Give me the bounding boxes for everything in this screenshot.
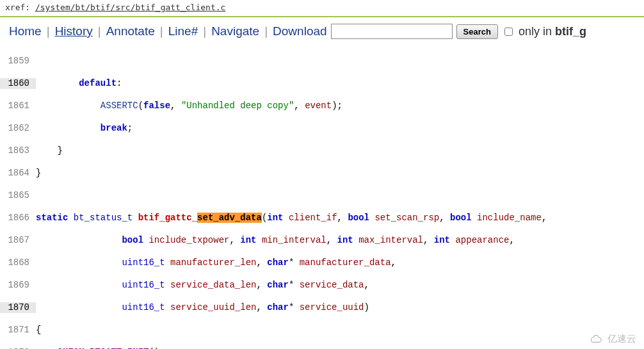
highlighted-symbol: set_adv_data [197,213,262,223]
lineno[interactable]: 1869 [0,280,36,291]
code-line: uint16_t service_data_len, char* service… [36,280,644,291]
lineno[interactable]: 1870 [0,302,36,314]
cloud-icon [590,335,604,344]
nav-sep: | [97,24,102,38]
code-line: default: [36,78,644,90]
search-input[interactable] [331,24,453,39]
lineno[interactable]: 1859 [0,56,36,67]
code-line [36,56,644,67]
lineno[interactable]: 1871 [0,325,36,336]
lineno[interactable]: 1861 [0,101,36,112]
nav-sep: | [159,24,165,38]
watermark: 亿速云 [590,333,636,345]
nav-line[interactable]: Line# [168,24,198,38]
code-viewer: 1859 1860 default: 1861 ASSERTC(false, "… [0,43,644,349]
lineno[interactable]: 1863 [0,145,36,157]
xref-breadcrumb: xref: /system/bt/btif/src/btif_gatt_clie… [0,0,644,17]
lineno[interactable]: 1872 [0,347,36,350]
lineno[interactable]: 1867 [0,235,36,247]
code-line: } [36,145,644,157]
watermark-text: 亿速云 [608,333,636,345]
lineno[interactable]: 1860 [0,78,36,90]
nav-navigate[interactable]: Navigate [211,24,259,38]
code-line: static bt_status_t btif_gattc_set_adv_da… [36,213,644,224]
lineno[interactable]: 1866 [0,213,36,224]
nav-home[interactable]: Home [9,24,42,38]
xref-label: xref: [5,3,35,12]
nav-download[interactable]: Download [273,24,327,38]
only-in-label: only in btif_g [519,25,586,38]
nav-annotate[interactable]: Annotate [106,24,155,38]
code-line: ASSERTC(false, "Unhandled deep copy", ev… [36,101,644,112]
nav-history[interactable]: History [55,24,93,38]
xref-path[interactable]: /system/bt/btif/src/btif_gatt_client.c [35,3,225,12]
navbar: Home | History | Annotate | Line# | Navi… [0,17,644,43]
code-line [36,190,644,202]
code-line: CHECK_BTGATT_INIT(); [36,347,644,350]
lineno[interactable]: 1865 [0,190,36,202]
code-line: bool include_txpower, int min_interval, … [36,235,644,247]
lineno[interactable]: 1868 [0,257,36,269]
code-line: uint16_t service_uuid_len, char* service… [36,302,644,314]
code-line: uint16_t manufacturer_len, char* manufac… [36,257,644,269]
code-line: break; [36,123,644,134]
only-in-checkbox[interactable] [504,28,513,36]
nav-sep: | [263,24,269,38]
lineno[interactable]: 1864 [0,168,36,179]
nav-sep: | [202,24,207,38]
search-button[interactable]: Search [456,24,498,39]
lineno[interactable]: 1862 [0,123,36,134]
nav-sep: | [45,24,51,38]
code-line: } [36,168,644,179]
code-line: { [36,325,644,336]
